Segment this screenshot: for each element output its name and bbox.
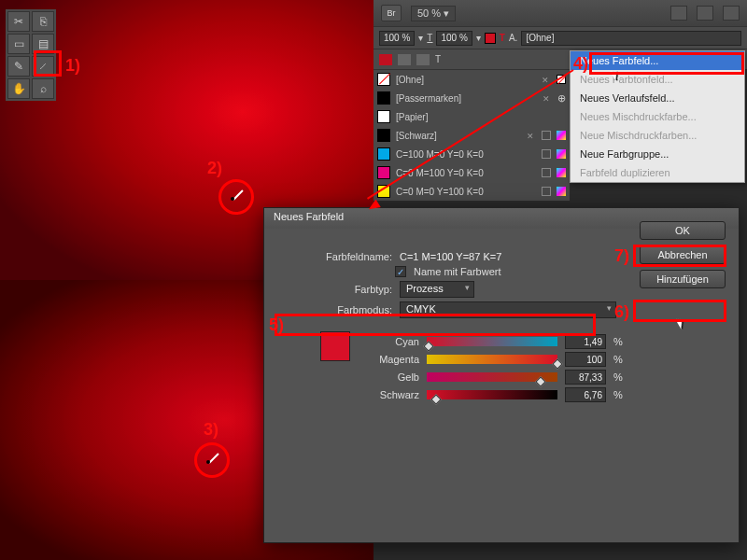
chevron-down-icon[interactable]: ▾ [476, 33, 481, 43]
swatch-row-magenta[interactable]: C=0 M=100 Y=0 K=0 [374, 163, 570, 182]
free-transform-tool[interactable]: ⎘ [32, 11, 54, 32]
menu-item-new-gradient-swatch[interactable]: Neues Verlaufsfeld... [571, 89, 744, 107]
swatch-row-yellow[interactable]: C=0 M=0 Y=100 K=0 [374, 182, 570, 201]
magenta-slider[interactable] [427, 355, 557, 364]
dialog-buttons: OK Abbrechen Hinzufügen [640, 221, 726, 288]
color-mode-dropdown[interactable]: CMYK [400, 301, 616, 318]
add-button[interactable]: Hinzufügen [640, 270, 726, 288]
callout-label-5: 5) [269, 315, 284, 335]
cmyk-mode-icon [557, 131, 566, 140]
horizontal-scale-field[interactable]: 100 % [379, 31, 415, 46]
slider-thumb[interactable] [430, 394, 441, 404]
menu-item-new-mixed-ink[interactable]: Neues Mischdruckfarbe... [571, 107, 744, 126]
slider-thumb[interactable] [552, 358, 562, 369]
chevron-down-icon: ▾ [444, 7, 449, 19]
swatch-label: [Papier] [396, 112, 566, 122]
menu-item-new-mixed-ink-group[interactable]: Neue Mischdruckfarben... [571, 126, 744, 145]
t-fill-icon: T [500, 33, 505, 43]
tools-palette: ✂ ⎘ ▭ ▤ ✎ ⟋ ✋ ⌕ [6, 9, 56, 101]
menu-item-new-tint-swatch[interactable]: Neues Farbtonfeld... [571, 70, 744, 89]
percent-label: % [613, 389, 623, 400]
cyan-value-field[interactable] [565, 334, 606, 349]
t-underline-icon: T [427, 33, 432, 43]
callout-label-3: 3) [204, 420, 218, 440]
char-style-field[interactable]: [Ohne] [521, 31, 741, 46]
magenta-label: Magenta [363, 354, 419, 365]
magenta-value-field[interactable] [565, 352, 606, 367]
character-formatting-row: 100 % ▾ T 100 % ▾ T A. [Ohne] [374, 26, 747, 49]
black-label: Schwarz [363, 389, 419, 400]
cmyk-mode-icon [557, 168, 566, 177]
callout-label-4: 4) [573, 54, 588, 74]
black-slider[interactable] [427, 390, 557, 399]
callout-label-7: 7) [614, 246, 629, 266]
screen-mode-icon[interactable] [697, 6, 713, 21]
swatch-label: C=0 M=0 Y=100 K=0 [396, 187, 536, 197]
swatch-label: C=100 M=0 Y=0 K=0 [396, 149, 536, 160]
rectangle-frame-tool[interactable]: ▭ [7, 34, 30, 54]
slider-thumb[interactable] [535, 376, 545, 386]
swatch-row-none[interactable]: [Ohne] [374, 70, 570, 89]
percent-label: % [613, 354, 623, 365]
fill-proxy-icon[interactable] [379, 54, 392, 65]
zoom-level[interactable]: 50 % ▾ [411, 6, 456, 21]
none-swatch-icon [377, 73, 390, 86]
view-options-icon[interactable] [670, 6, 687, 21]
cyan-slider[interactable] [427, 337, 557, 346]
yellow-label: Gelb [363, 371, 419, 383]
app-toolbar: Br 50 % ▾ [374, 0, 747, 26]
hand-tool[interactable]: ✋ [7, 78, 30, 99]
stroke-proxy-icon[interactable] [398, 54, 411, 65]
slider-thumb[interactable] [423, 341, 433, 351]
vertical-scale-field[interactable]: 100 % [436, 31, 472, 46]
eyedropper-cursor-sample-2 [207, 452, 220, 465]
color-mode-label: Farbmodus: [311, 304, 392, 315]
callout-label-2: 2) [207, 159, 222, 178]
yellow-value-field[interactable] [565, 370, 606, 385]
black-value-field[interactable] [565, 387, 606, 402]
bridge-button[interactable]: Br [381, 5, 402, 21]
lock-icon [527, 131, 536, 140]
process-type-icon [542, 168, 551, 177]
lock-icon [543, 93, 552, 103]
swatch-name-value: C=1 M=100 Y=87 K=7 [400, 251, 501, 262]
note-tool[interactable]: ✎ [7, 56, 30, 77]
cmyk-mode-icon [557, 149, 566, 159]
cancel-button[interactable]: Abbrechen [640, 245, 726, 264]
container-icon[interactable] [416, 54, 430, 65]
menu-item-new-swatch[interactable]: Neues Farbfeld... [571, 51, 744, 70]
menu-item-new-color-group[interactable]: Neue Farbgruppe... [571, 145, 744, 163]
swatch-label: [Ohne] [396, 75, 536, 85]
zoom-tool[interactable]: ⌕ [32, 78, 54, 99]
eyedropper-tool[interactable]: ⟋ [32, 56, 54, 77]
yellow-slider[interactable] [427, 372, 557, 382]
text-proxy-icon[interactable]: T [435, 54, 441, 64]
callout-label-1: 1) [65, 56, 80, 76]
swatch-label: [Schwarz] [396, 131, 521, 141]
arrange-icon[interactable] [723, 6, 740, 21]
zoom-value: 50 % [417, 7, 441, 19]
gradient-swatch-tool[interactable]: ▤ [32, 34, 54, 54]
swatch-row-paper[interactable]: [Papier] [374, 107, 570, 126]
swatch-row-cyan[interactable]: C=100 M=0 Y=0 K=0 [374, 145, 570, 163]
name-label: Farbfeldname: [303, 251, 392, 262]
menu-item-duplicate-swatch[interactable]: Farbfeld duplizieren [571, 163, 744, 182]
percent-label: % [613, 371, 623, 383]
swatch-label: C=0 M=100 Y=0 K=0 [396, 168, 536, 178]
eyedropper-cursor-sample-1 [232, 189, 245, 202]
scissors-tool[interactable]: ✂ [7, 11, 30, 32]
paper-swatch-icon [377, 110, 390, 123]
swatch-label: [Passermarken] [396, 93, 537, 104]
ok-button[interactable]: OK [640, 221, 726, 240]
chevron-down-icon[interactable]: ▾ [418, 33, 423, 43]
name-with-value-checkbox[interactable]: ✓ [395, 266, 406, 277]
process-type-icon [542, 131, 551, 140]
cyan-label: Cyan [363, 336, 419, 347]
fill-swatch[interactable] [485, 33, 496, 44]
color-type-dropdown[interactable]: Prozess [400, 281, 474, 298]
char-a-label: A. [509, 33, 517, 43]
process-type-icon [542, 187, 551, 196]
new-swatch-dialog: Neues Farbfeld Farbfeldname: C=1 M=100 Y… [263, 207, 740, 543]
swatch-row-black[interactable]: [Schwarz] [374, 126, 570, 145]
black-swatch-icon [377, 129, 390, 142]
